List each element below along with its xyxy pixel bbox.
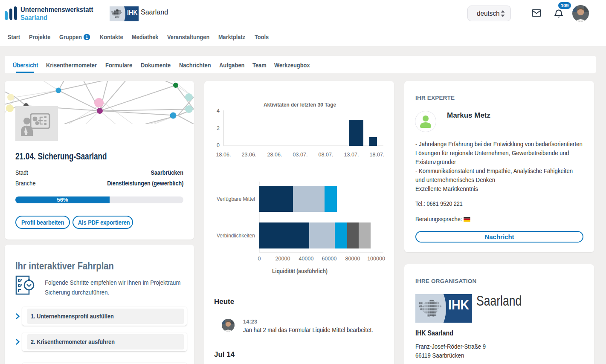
svg-text:Verbindlichkeiten: Verbindlichkeiten [217, 233, 255, 239]
svg-text:28.06.: 28.06. [267, 152, 282, 158]
svg-text:18.07.: 18.07. [370, 152, 385, 158]
svg-text:60000: 60000 [322, 256, 337, 262]
svg-text:Liquidität (ausführlich): Liquidität (ausführlich) [272, 268, 328, 274]
svg-text:2: 2 [217, 125, 220, 131]
svg-text:18.06.: 18.06. [216, 152, 231, 158]
svg-text:0: 0 [217, 142, 220, 148]
svg-text:IHK: IHK [448, 297, 469, 312]
svg-text:IHK: IHK [127, 9, 138, 16]
svg-text:100000: 100000 [367, 256, 385, 262]
svg-text:40000: 40000 [299, 256, 314, 262]
svg-text:0: 0 [258, 256, 261, 262]
svg-text:20000: 20000 [275, 256, 290, 262]
svg-text:Verfügbare Mittel: Verfügbare Mittel [217, 196, 255, 202]
svg-text:80000: 80000 [345, 256, 360, 262]
svg-text:4: 4 [217, 108, 220, 114]
svg-text:13.07.: 13.07. [344, 152, 359, 158]
svg-text:23.06.: 23.06. [242, 152, 257, 158]
svg-text:03.07.: 03.07. [293, 152, 308, 158]
svg-text:08.07.: 08.07. [319, 152, 333, 158]
